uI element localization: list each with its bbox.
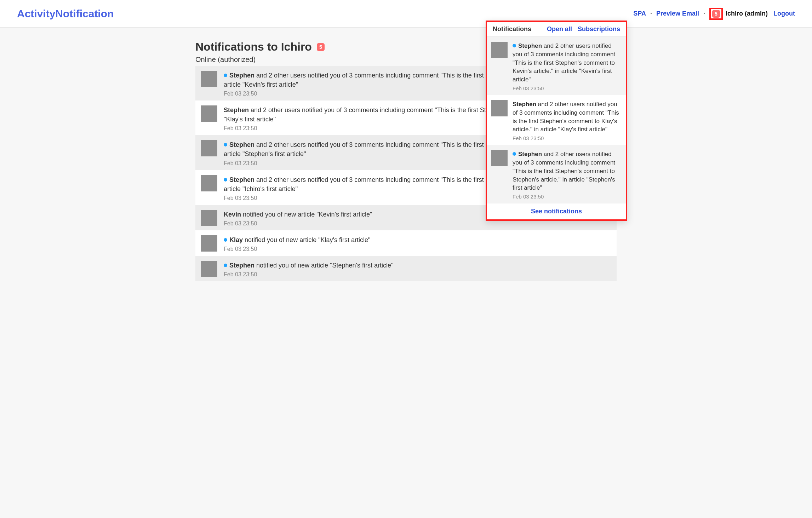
unread-dot-icon [513, 44, 516, 47]
dropdown-header: Notifications Open all Subscriptions [487, 22, 626, 37]
notification-row[interactable]: Klay notified you of new article "Klay's… [195, 230, 617, 256]
avatar [201, 261, 217, 277]
notification-time: Feb 03 23:50 [513, 135, 620, 141]
nav-sep: · [650, 10, 652, 17]
notification-count-highlight: 5 [709, 8, 723, 20]
open-all-link[interactable]: Open all [547, 25, 572, 33]
dropdown-item[interactable]: Stephen and 2 other users notified you o… [487, 95, 626, 145]
page-title-name: Ichiro [281, 40, 312, 53]
notification-text: Klay notified you of new article "Klay's… [224, 235, 611, 244]
see-notifications-link[interactable]: See notifications [487, 203, 626, 219]
avatar [201, 105, 217, 122]
notifier-name: Stephen [229, 176, 255, 183]
brand[interactable]: ActivityNotification [17, 8, 633, 20]
notification-text: Stephen notified you of new article "Ste… [224, 261, 611, 270]
dropdown-item-text: Stephen and 2 other users notified you o… [513, 150, 620, 192]
preview-email-link[interactable]: Preview Email [656, 10, 699, 17]
notification-message: notified you of new article "Kevin's fir… [241, 211, 372, 218]
notification-time: Feb 03 23:50 [224, 246, 611, 252]
avatar [201, 210, 217, 226]
page-title-prefix: Notifications to [195, 40, 281, 53]
page: Notifications to Ichiro 5 Online (author… [195, 40, 617, 281]
nav-right: SPA · Preview Email · 5 Ichiro (admin) L… [633, 9, 795, 18]
notifier-name: Stephen [513, 101, 536, 108]
nav-sep: · [703, 10, 705, 17]
notifier-name: Stephen [224, 107, 249, 114]
current-user[interactable]: Ichiro (admin) [726, 10, 768, 17]
notifier-name: Kevin [224, 211, 241, 218]
dropdown-item-body: Stephen and 2 other users notified you o… [513, 150, 620, 200]
subscriptions-link[interactable]: Subscriptions [578, 25, 620, 33]
dropdown-item[interactable]: Stephen and 2 other users notified you o… [487, 37, 626, 95]
avatar [491, 150, 508, 166]
avatar [201, 175, 217, 191]
spa-link[interactable]: SPA [633, 10, 646, 17]
dropdown-list: Stephen and 2 other users notified you o… [487, 37, 626, 203]
notification-time: Feb 03 23:50 [513, 194, 620, 200]
unread-dot-icon [513, 152, 516, 156]
notification-body: Klay notified you of new article "Klay's… [224, 235, 611, 252]
avatar [201, 235, 217, 252]
notifier-name: Stephen [229, 262, 255, 269]
avatar [201, 71, 217, 87]
notification-message: notified you of new article "Stephen's f… [255, 262, 393, 269]
notifier-name: Stephen [518, 151, 542, 157]
avatar [491, 100, 508, 116]
notification-time: Feb 03 23:50 [224, 220, 611, 227]
dropdown-item[interactable]: Stephen and 2 other users notified you o… [487, 145, 626, 203]
unread-dot-icon [224, 178, 227, 182]
notification-body: Stephen notified you of new article "Ste… [224, 261, 611, 278]
avatar [491, 42, 508, 58]
dropdown-item-text: Stephen and 2 other users notified you o… [513, 42, 620, 84]
notifier-name: Stephen [229, 141, 255, 148]
unread-dot-icon [224, 143, 227, 146]
notifier-name: Stephen [229, 72, 255, 79]
dropdown-title: Notifications [493, 25, 541, 33]
page-title-text: Notifications to Ichiro [195, 40, 312, 53]
notification-time: Feb 03 23:50 [513, 85, 620, 91]
notification-count-badge[interactable]: 5 [712, 10, 720, 18]
logout-link[interactable]: Logout [773, 10, 795, 17]
dropdown-item-body: Stephen and 2 other users notified you o… [513, 42, 620, 91]
notification-message: notified you of new article "Klay's firs… [243, 236, 370, 243]
notifier-name: Stephen [518, 42, 542, 49]
dropdown-item-body: Stephen and 2 other users notified you o… [513, 100, 620, 141]
notification-time: Feb 03 23:50 [224, 271, 611, 278]
unread-dot-icon [224, 74, 227, 77]
avatar [201, 140, 217, 156]
dropdown-item-text: Stephen and 2 other users notified you o… [513, 100, 620, 134]
unread-dot-icon [224, 264, 227, 267]
notification-dropdown: Notifications Open all Subscriptions Ste… [486, 21, 627, 221]
notification-row[interactable]: Stephen notified you of new article "Ste… [195, 256, 617, 281]
page-title-badge: 5 [317, 43, 325, 51]
topbar: ActivityNotification SPA · Preview Email… [0, 0, 812, 28]
notifier-name: Klay [229, 236, 243, 243]
unread-dot-icon [224, 238, 227, 242]
